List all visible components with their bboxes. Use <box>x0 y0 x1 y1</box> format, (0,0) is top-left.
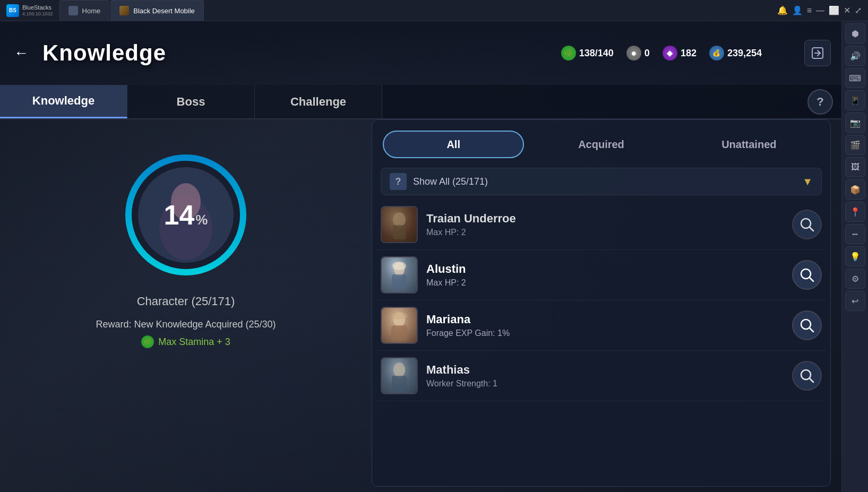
reward-bonus-icon: 🌿 <box>141 335 154 348</box>
page-title: Knowledge <box>42 40 166 66</box>
close-btn[interactable]: ✕ <box>844 5 850 15</box>
keyboard-btn[interactable]: ⌨ <box>845 68 865 88</box>
bs-title-block: BlueStacks 4.150.10.1032 <box>22 4 53 17</box>
filter-all[interactable]: All <box>383 131 524 158</box>
dropdown-arrow-icon: ▼ <box>802 176 813 188</box>
main-content: 14 % Character (25/171) Reward: New Know… <box>0 119 841 492</box>
svg-rect-13 <box>392 274 407 290</box>
tab-boss[interactable]: Boss <box>127 85 255 118</box>
game-tab-nav: Knowledge Boss Challenge ? <box>0 85 841 119</box>
svg-line-10 <box>810 227 813 231</box>
stat-gold: 💰 239,254 <box>709 46 762 61</box>
stamina-value: 138/140 <box>579 48 614 59</box>
mariana-name: Mariana <box>426 313 784 326</box>
crystal-icon: ◆ <box>663 46 677 61</box>
search-mathias-icon <box>798 367 815 384</box>
fullscreen-btn[interactable]: ⬢ <box>845 23 865 44</box>
svg-point-21 <box>393 362 405 377</box>
orb-value: 0 <box>644 48 650 59</box>
tab-challenge[interactable]: Challenge <box>255 85 382 118</box>
percent-number: 14 <box>164 199 195 231</box>
help-button[interactable]: ? <box>807 89 833 115</box>
svg-line-24 <box>810 378 813 382</box>
traian-name: Traian Underroe <box>426 212 784 226</box>
search-traian-button[interactable] <box>792 210 822 239</box>
bs-controls: 🔔 👤 ≡ — ⬜ ✕ ⤢ <box>771 5 868 15</box>
tips-btn[interactable]: 💡 <box>845 246 865 266</box>
game-header: ← Knowledge 🌿 138/140 ● 0 ◆ 182 💰 239,25… <box>0 21 841 85</box>
settings-btn[interactable]: ⚙ <box>845 269 865 289</box>
npc-avatar-mariana <box>381 307 418 344</box>
mariana-info: Mariana Forage EXP Gain: 1% <box>426 313 784 338</box>
svg-point-17 <box>391 312 407 320</box>
orb-icon: ● <box>626 46 641 61</box>
knowledge-list: Traian Underroe Max HP: 2 <box>372 200 830 401</box>
tab-bdm[interactable]: Black Desert Mobile <box>110 0 204 21</box>
bs-name: BlueStacks <box>22 4 53 11</box>
svg-rect-22 <box>392 376 407 391</box>
svg-rect-8 <box>393 225 406 239</box>
filter-unattained[interactable]: Unattained <box>678 131 820 158</box>
mathias-stat: Worker Strength: 1 <box>426 379 784 389</box>
traian-info: Traian Underroe Max HP: 2 <box>426 212 784 237</box>
tab-knowledge[interactable]: Knowledge <box>0 85 127 118</box>
menu-btn[interactable]: ≡ <box>807 6 812 15</box>
svg-rect-18 <box>391 325 407 340</box>
minimize-btn[interactable]: — <box>816 6 824 15</box>
alustin-stat: Max HP: 2 <box>426 278 784 288</box>
mathias-name: Mathias <box>426 363 784 377</box>
npc-avatar-alustin <box>381 256 418 294</box>
search-mariana-button[interactable] <box>792 310 822 340</box>
bdm-tab-icon <box>119 6 129 15</box>
notification-btn[interactable]: 🔔 <box>777 5 788 15</box>
progress-circle: 14 % <box>122 151 250 279</box>
back-button[interactable]: ← <box>11 42 32 64</box>
stat-crystal: ◆ 182 <box>663 46 697 61</box>
gallery-btn[interactable]: 🖼 <box>845 157 865 177</box>
package-btn[interactable]: 📦 <box>845 179 865 200</box>
tab-boss-label: Boss <box>177 95 205 109</box>
back-sidebar-btn[interactable]: ↩ <box>845 291 865 311</box>
mariana-silhouette <box>389 311 410 340</box>
location-btn[interactable]: 📍 <box>845 202 865 222</box>
tab-knowledge-label: Knowledge <box>32 94 94 108</box>
maximize-btn[interactable]: ⬜ <box>829 5 839 15</box>
video-btn[interactable]: 🎬 <box>845 135 865 155</box>
more-btn[interactable]: ••• <box>845 224 865 244</box>
reward-bonus: 🌿 Max Stamina + 3 <box>141 335 230 348</box>
search-alustin-icon <box>798 266 815 283</box>
camera-btn[interactable]: 📷 <box>845 113 865 133</box>
alustin-info: Alustin Max HP: 2 <box>426 262 784 288</box>
filter-tabs: All Acquired Unattained <box>372 120 830 163</box>
device-btn[interactable]: 📱 <box>845 90 865 110</box>
tab-challenge-label: Challenge <box>290 95 346 109</box>
search-mathias-button[interactable] <box>792 361 822 391</box>
mathias-silhouette <box>389 361 410 391</box>
home-tab-icon <box>68 6 78 15</box>
left-panel: 14 % Character (25/171) Reward: New Know… <box>0 119 372 492</box>
filter-acquired-label: Acquired <box>578 139 624 151</box>
filter-all-label: All <box>446 139 460 151</box>
percent-sign: % <box>195 212 208 228</box>
npc-avatar-traian <box>381 206 418 243</box>
list-item: Mathias Worker Strength: 1 <box>376 351 826 401</box>
svg-line-15 <box>810 278 813 281</box>
filter-acquired[interactable]: Acquired <box>530 131 672 158</box>
character-label: Character (25/171) <box>137 295 235 308</box>
export-button[interactable] <box>804 40 831 66</box>
traian-avatar-img <box>382 207 417 242</box>
bs-icon: BS <box>6 4 19 17</box>
search-alustin-button[interactable] <box>792 260 822 290</box>
bs-version: 4.150.10.1032 <box>22 11 53 17</box>
tab-home[interactable]: Home <box>59 0 110 21</box>
account-btn[interactable]: 👤 <box>792 5 803 15</box>
reward-bonus-text: Max Stamina + 3 <box>158 336 230 348</box>
crystal-value: 182 <box>681 48 697 59</box>
bluestacks-logo: BS BlueStacks 4.150.10.1032 <box>0 4 59 17</box>
category-dropdown[interactable]: ? Show All (25/171) ▼ <box>381 168 822 195</box>
sound-btn[interactable]: 🔊 <box>845 46 865 66</box>
expand-btn[interactable]: ⤢ <box>855 5 862 15</box>
list-item: Mariana Forage EXP Gain: 1% <box>376 300 826 351</box>
alustin-avatar-img <box>382 257 417 292</box>
bluestacks-bar: BS BlueStacks 4.150.10.1032 Home Black D… <box>0 0 868 21</box>
